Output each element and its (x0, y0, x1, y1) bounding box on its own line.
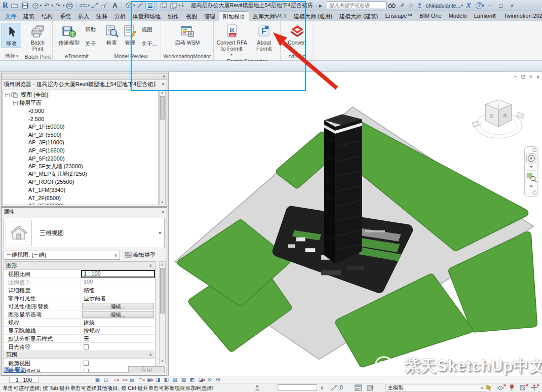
tag-icon[interactable] (100, 1, 109, 10)
tab-twinmotion[interactable]: Twinmotion 2020 (500, 11, 542, 21)
close-button[interactable]: × (507, 1, 518, 10)
aligned-dimension-icon[interactable] (90, 1, 99, 10)
graphic-display-edit-button[interactable]: 编辑... (82, 311, 154, 318)
transmit-model-button[interactable]: 传递模型 (56, 23, 82, 47)
tab-massing-site[interactable]: 体量和场地 (129, 11, 164, 21)
select-underlay-toggle[interactable]: × (497, 384, 505, 391)
save-icon[interactable] (21, 1, 30, 10)
close-hidden-windows-icon[interactable] (159, 1, 168, 10)
tree-item-level[interactable]: AP_2F(5500) (3, 131, 158, 139)
crop-view-icon[interactable]: □× (137, 377, 144, 383)
type-selector[interactable]: 三维视图 ▾ (4, 218, 165, 248)
tab-modelo[interactable]: Modelo (445, 11, 471, 21)
panel-wsm-label[interactable]: WorksharingMonitor (161, 52, 213, 60)
tree-item-level[interactable]: -2.500 (3, 115, 158, 123)
crop-region-icon[interactable]: ▣× (146, 377, 152, 383)
tab-view[interactable]: 视图 (182, 11, 201, 21)
editing-requests-icon[interactable] (330, 384, 337, 391)
tab-structure[interactable]: 结构 (38, 11, 56, 21)
revit-logo[interactable]: R (3, 1, 8, 10)
tab-enscape[interactable]: Enscape™ (381, 11, 416, 21)
tab-systems[interactable]: 系统 (56, 11, 74, 21)
panel-rvt2skp-label[interactable]: rvt2skp (281, 52, 314, 60)
section-graphics[interactable]: 图形∧ (4, 262, 155, 270)
redo-dropdown-icon[interactable]: ▾ (63, 4, 65, 8)
batch-print-button[interactable]: Batch Print (25, 23, 51, 53)
tree-item-level[interactable]: AT_2F(6500) (3, 194, 158, 202)
check-button[interactable]: 检查 (103, 23, 121, 47)
switch-windows-dropdown-icon[interactable]: ▾ (178, 4, 180, 8)
scroll-up-icon[interactable]: ∧ (161, 91, 164, 95)
section-collapse-icon[interactable]: ∧ (149, 352, 152, 357)
scroll-up-icon[interactable]: ∧ (161, 262, 164, 267)
panel-select-label[interactable]: 选择▾ (0, 52, 23, 60)
tab-collaborate[interactable]: 协作 (164, 11, 182, 21)
view-restore-icon[interactable]: ⊡ (521, 74, 525, 80)
scale-value[interactable]: 100 (81, 278, 155, 286)
tree-item-level[interactable]: AP_MEP女儿墙(27250) (3, 170, 158, 178)
maximize-button[interactable]: □ (495, 1, 507, 10)
convert-button[interactable]: Convert (284, 23, 311, 47)
panel-model-review-label[interactable]: Model Review (101, 52, 161, 60)
active-workset-select[interactable]: 主模型∨ (385, 384, 486, 391)
tree-item-level[interactable]: AT_1FM(3340) (3, 186, 158, 194)
modify-button[interactable]: 修改 (2, 23, 21, 48)
tree-item-level[interactable]: AP_ROOF(25500) (3, 178, 158, 186)
tab-annotate[interactable]: 注释 (93, 11, 111, 21)
tab-file[interactable]: 文件 (0, 11, 20, 21)
detail-level-value[interactable]: 精细 (81, 286, 155, 294)
measure-icon[interactable] (79, 1, 88, 10)
properties-close-icon[interactable]: × (162, 209, 165, 215)
project-browser-grip[interactable]: × (2, 73, 167, 80)
gray-inactive-worksets-icon[interactable] (367, 384, 374, 392)
apply-button[interactable]: 应用 (128, 366, 165, 373)
canvas-scroll-up-icon[interactable]: ∧ (536, 74, 540, 80)
search-input[interactable] (327, 2, 386, 9)
navigation-bar[interactable] (524, 147, 538, 197)
3d-view-dropdown-icon[interactable]: ▾ (133, 4, 135, 8)
section-collapse-icon[interactable]: ∧ (149, 263, 152, 268)
type-selector-dropdown-icon[interactable]: ▾ (159, 230, 161, 236)
help-icon[interactable]: ? (476, 2, 483, 9)
text-icon[interactable]: A (110, 1, 120, 10)
etransmit-help-button[interactable]: 帮助 (83, 25, 98, 34)
tree-item-level[interactable]: AP_1F(±0000) (3, 123, 158, 131)
shadows-icon[interactable]: ◑× (120, 377, 127, 383)
viewcube[interactable]: 上 前 东 (472, 100, 524, 138)
status-input[interactable] (278, 384, 317, 391)
about-formit-button[interactable]: FAbout FormIt (249, 23, 279, 53)
thin-lines-icon[interactable] (145, 1, 154, 10)
tab-family-master[interactable]: 族库大师V4.1 (249, 11, 290, 21)
drawing-area[interactable]: 上 前 东 (168, 72, 542, 376)
section-extents[interactable]: 范围∧ (4, 351, 155, 359)
analytical-model-icon[interactable]: ◪× (198, 377, 204, 383)
tree-item-level[interactable]: -0.900 (3, 107, 158, 115)
tab-manage[interactable]: 管理 (201, 11, 219, 21)
tab-architecture[interactable]: 建筑 (20, 11, 38, 21)
tab-modeling-master-general[interactable]: 建模大师 (通用) (290, 11, 336, 21)
sync-dropdown-icon[interactable]: ▾ (40, 4, 42, 8)
convert-rfa-button[interactable]: RRFAConvert RFA to FormIt▾ (215, 23, 248, 58)
instance-selector[interactable]: 三维视图: {三维}∨ (4, 251, 120, 260)
sun-path-icon[interactable]: ☼× (111, 377, 118, 383)
drag-on-selection-toggle[interactable]: × (530, 384, 538, 391)
tree-item-level[interactable]: AT_3F(10080) (3, 202, 158, 205)
visibility-edit-button[interactable]: 编辑... (82, 303, 154, 309)
tree-item-floor-plans[interactable]: −楼层平面 (3, 99, 158, 107)
favorites-star-icon[interactable]: ☆ (408, 2, 414, 9)
communication-center-icon[interactable] (399, 3, 405, 9)
undo-dropdown-icon[interactable]: ▾ (51, 4, 53, 8)
section-box-icon[interactable]: ◨ (154, 377, 161, 383)
select-pinned-toggle[interactable] (508, 384, 516, 391)
viewcube-top-label[interactable]: 上 (496, 103, 500, 108)
search-chevron-icon[interactable]: ▸ (319, 2, 322, 9)
viewcube-right-label[interactable]: 东 (503, 113, 508, 118)
dock-close-icon[interactable]: × (163, 74, 165, 79)
hidden-lines-value[interactable]: 按规程 (81, 327, 155, 334)
print-icon[interactable] (65, 1, 74, 10)
select-by-face-toggle[interactable]: × (519, 384, 527, 391)
select-links-toggle[interactable] (486, 384, 493, 391)
view-scale-value[interactable]: 1 : 100 (81, 270, 155, 278)
tab-analyze[interactable]: 分析 (111, 11, 129, 21)
visual-style-icon[interactable]: ◫ (103, 377, 109, 383)
